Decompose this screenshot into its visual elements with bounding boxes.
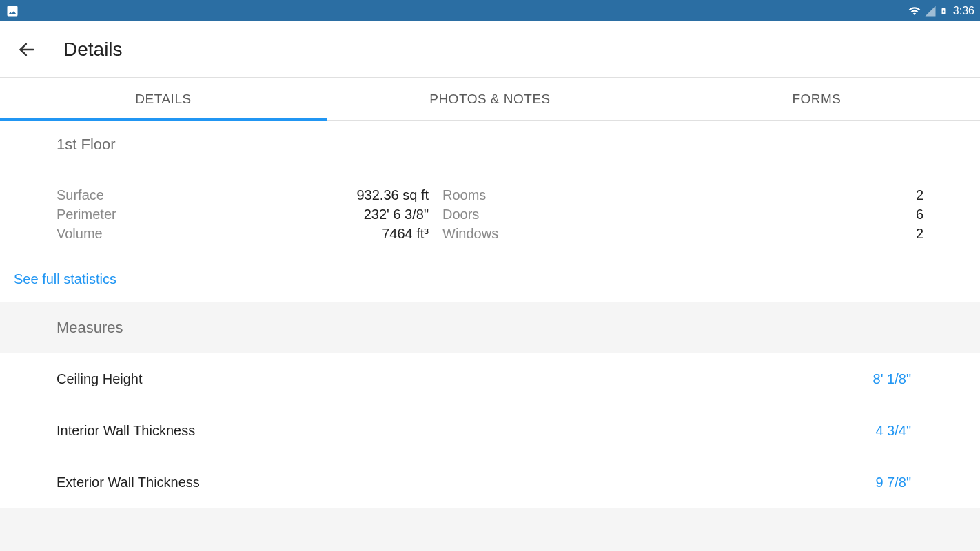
- stats-left-labels: Surface Perimeter Volume: [57, 186, 249, 242]
- measure-row-ceiling-height[interactable]: Ceiling Height 8' 1/8": [0, 353, 980, 405]
- status-time: 3:36: [953, 5, 974, 17]
- tab-label: PHOTOS & NOTES: [429, 92, 551, 107]
- stat-label-windows: Windows: [442, 225, 594, 242]
- stats-left-values: 932.36 sq ft 232' 6 3/8" 7464 ft³: [249, 186, 429, 242]
- stat-value-surface: 932.36 sq ft: [249, 186, 429, 204]
- status-right: 3:36: [908, 4, 974, 18]
- measure-value: 8' 1/8": [873, 371, 911, 387]
- tab-label: FORMS: [792, 92, 841, 107]
- wifi-icon: [908, 5, 921, 17]
- tab-details[interactable]: DETAILS: [0, 78, 327, 120]
- stat-value-perimeter: 232' 6 3/8": [249, 205, 429, 223]
- stat-label-volume: Volume: [57, 225, 249, 242]
- signal-icon: [924, 5, 937, 17]
- measure-label: Exterior Wall Thickness: [57, 475, 200, 490]
- tabs: DETAILS PHOTOS & NOTES FORMS: [0, 78, 980, 121]
- measures-header: Measures: [0, 302, 980, 353]
- stats-right-values: 2 6 2: [594, 186, 980, 242]
- floor-stats: Surface Perimeter Volume 932.36 sq ft 23…: [0, 169, 980, 259]
- stat-label-rooms: Rooms: [442, 186, 594, 204]
- stat-label-perimeter: Perimeter: [57, 205, 249, 223]
- page-title: Details: [63, 39, 123, 61]
- stat-label-surface: Surface: [57, 186, 249, 204]
- stats-right-labels: Rooms Doors Windows: [429, 186, 594, 242]
- measure-value: 4 3/4": [875, 423, 911, 439]
- measure-row-exterior-wall[interactable]: Exterior Wall Thickness 9 7/8": [0, 457, 980, 508]
- tab-forms[interactable]: FORMS: [653, 78, 980, 120]
- arrow-left-icon: [17, 40, 37, 59]
- stat-value-doors: 6: [594, 205, 923, 223]
- content: 1st Floor Surface Perimeter Volume 932.3…: [0, 121, 980, 550]
- tab-photos-notes[interactable]: PHOTOS & NOTES: [327, 78, 653, 120]
- status-left: [6, 4, 19, 18]
- stat-value-rooms: 2: [594, 186, 923, 204]
- measure-label: Ceiling Height: [57, 371, 143, 387]
- measure-value: 9 7/8": [875, 475, 911, 490]
- stat-label-doors: Doors: [442, 205, 594, 223]
- back-button[interactable]: [17, 39, 37, 60]
- measure-row-interior-wall[interactable]: Interior Wall Thickness 4 3/4": [0, 405, 980, 457]
- stat-value-volume: 7464 ft³: [249, 225, 429, 242]
- stat-value-windows: 2: [594, 225, 923, 242]
- tab-label: DETAILS: [135, 92, 191, 107]
- battery-icon: [939, 4, 948, 18]
- status-bar: 3:36: [0, 0, 980, 21]
- app-bar: Details: [0, 21, 980, 78]
- floor-header: 1st Floor: [0, 121, 980, 169]
- measure-list: Ceiling Height 8' 1/8" Interior Wall Thi…: [0, 353, 980, 508]
- see-full-statistics-link[interactable]: See full statistics: [14, 271, 116, 287]
- full-stats-row: See full statistics: [0, 259, 980, 302]
- bottom-spacer: [0, 508, 980, 550]
- image-icon: [6, 4, 19, 18]
- measure-label: Interior Wall Thickness: [57, 423, 195, 439]
